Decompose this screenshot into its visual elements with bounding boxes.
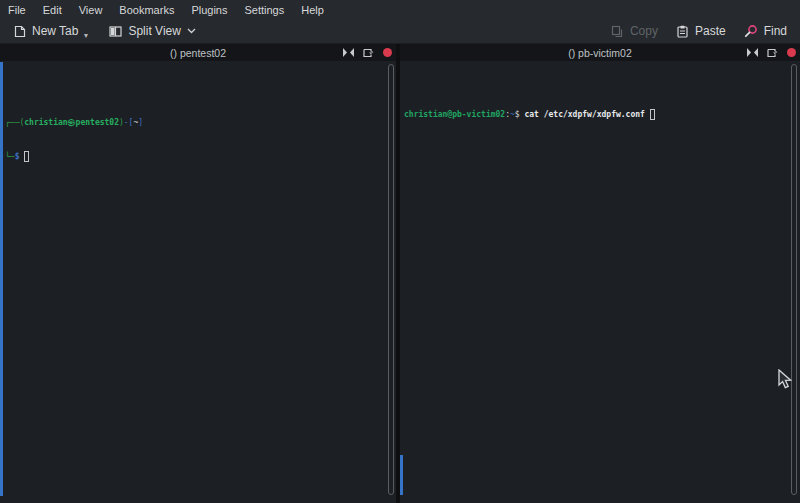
scroll-position-marker bbox=[0, 62, 3, 496]
terminal-pane-pb-victim02: () pb-victim02 chris bbox=[400, 44, 800, 503]
paste-button[interactable]: Paste bbox=[671, 22, 731, 40]
konsole-window: { "menu_bar": { "items": ["File", "Edit"… bbox=[0, 0, 800, 503]
new-tab-button[interactable]: New Tab ▼ bbox=[8, 22, 96, 40]
split-view-icon bbox=[109, 25, 122, 38]
pane-header-pentest02[interactable]: () pentest02 bbox=[0, 44, 396, 61]
chevron-down-icon[interactable] bbox=[187, 28, 196, 34]
menu-bookmarks[interactable]: Bookmarks bbox=[119, 4, 174, 16]
split-view-container: () pentest02 ┌──(chr bbox=[0, 44, 800, 503]
split-view-label: Split View bbox=[128, 24, 180, 38]
terminal-screen-pentest02[interactable]: ┌──(christian㉿pentest02)-[~] └─$ bbox=[0, 61, 396, 503]
new-tab-label: New Tab bbox=[32, 24, 78, 38]
split-view-button[interactable]: Split View bbox=[104, 22, 200, 40]
terminal-cursor bbox=[24, 151, 29, 162]
prompt-line-1: ┌──(christian㉿pentest02)-[~] bbox=[5, 117, 396, 128]
copy-label: Copy bbox=[630, 24, 658, 38]
scrollbar[interactable] bbox=[791, 64, 797, 495]
find-button[interactable]: Find bbox=[739, 22, 792, 40]
maximize-icon[interactable] bbox=[747, 48, 758, 57]
menu-edit[interactable]: Edit bbox=[43, 4, 62, 16]
pane-title: () pb-victim02 bbox=[568, 47, 632, 59]
pane-header-pb-victim02[interactable]: () pb-victim02 bbox=[400, 44, 800, 61]
terminal-cursor bbox=[650, 109, 655, 120]
menu-plugins[interactable]: Plugins bbox=[191, 4, 227, 16]
terminal-screen-pb-victim02[interactable]: christian@pb-victim02:~$ cat /etc/xdpfw/… bbox=[400, 61, 800, 503]
maximize-icon[interactable] bbox=[343, 48, 354, 57]
toolbar: New Tab ▼ Split View Copy bbox=[0, 19, 800, 44]
search-icon bbox=[744, 24, 758, 38]
menu-help[interactable]: Help bbox=[301, 4, 324, 16]
menu-file[interactable]: File bbox=[8, 4, 26, 16]
menu-view[interactable]: View bbox=[79, 4, 103, 16]
close-icon[interactable] bbox=[383, 48, 392, 57]
menu-settings[interactable]: Settings bbox=[244, 4, 284, 16]
terminal-pane-pentest02: () pentest02 ┌──(chr bbox=[0, 44, 396, 503]
command-line: christian@pb-victim02:~$ cat /etc/xdpfw/… bbox=[404, 108, 800, 120]
find-label: Find bbox=[764, 24, 787, 38]
paste-label: Paste bbox=[695, 24, 726, 38]
close-icon[interactable] bbox=[787, 48, 796, 57]
copy-button: Copy bbox=[606, 22, 663, 40]
scroll-position-marker bbox=[400, 455, 403, 495]
scrollbar[interactable] bbox=[388, 64, 394, 495]
menu-bar: File Edit View Bookmarks Plugins Setting… bbox=[0, 0, 800, 19]
prompt-line-2: └─$ bbox=[5, 150, 396, 162]
pane-title: () pentest02 bbox=[170, 47, 226, 59]
new-tab-dropdown-caret-icon[interactable]: ▼ bbox=[82, 32, 89, 39]
detach-icon[interactable] bbox=[363, 48, 374, 58]
tab-new-icon bbox=[13, 25, 26, 38]
detach-icon[interactable] bbox=[767, 48, 778, 58]
paste-icon bbox=[676, 25, 689, 38]
copy-icon bbox=[611, 25, 624, 38]
